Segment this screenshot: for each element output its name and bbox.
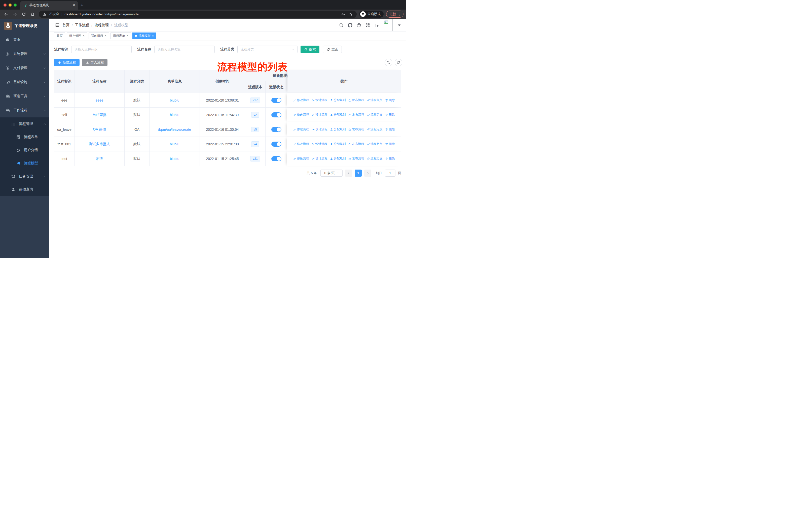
- prev-page-button[interactable]: [345, 169, 352, 176]
- breadcrumb-item[interactable]: 流程管理: [95, 23, 109, 27]
- action-删除[interactable]: 删除: [385, 127, 395, 132]
- process-name-input[interactable]: [154, 46, 215, 53]
- action-设计流程[interactable]: 设计流程: [312, 127, 327, 132]
- action-发布流程[interactable]: 发布流程: [348, 98, 364, 102]
- sidebar-item-工作流程[interactable]: 工作流程: [0, 103, 49, 117]
- sidebar-item-流程管理[interactable]: 流程管理: [0, 117, 49, 131]
- back-icon[interactable]: [2, 12, 10, 17]
- page-number-button[interactable]: 1: [355, 169, 362, 176]
- key-icon[interactable]: [340, 12, 346, 16]
- help-icon[interactable]: [357, 23, 361, 27]
- active-toggle[interactable]: [271, 98, 282, 103]
- goto-page-input[interactable]: [385, 169, 396, 176]
- sidebar-item-请假查询[interactable]: 请假查询: [0, 183, 49, 196]
- action-修改流程[interactable]: 修改流程: [293, 113, 309, 117]
- refresh-table-button[interactable]: [395, 59, 402, 66]
- action-删除[interactable]: 删除: [385, 98, 395, 102]
- browser-update-menu[interactable]: 更新: [386, 10, 404, 18]
- action-删除[interactable]: 删除: [385, 113, 395, 117]
- action-流程定义[interactable]: 流程定义: [367, 113, 383, 117]
- action-流程定义[interactable]: 流程定义: [367, 98, 383, 102]
- action-分配规则[interactable]: 分配规则: [330, 142, 346, 146]
- process-name-link[interactable]: 自己审批: [92, 113, 107, 117]
- next-page-button[interactable]: [364, 169, 371, 176]
- reload-icon[interactable]: [20, 12, 27, 17]
- github-icon[interactable]: [348, 23, 352, 27]
- action-修改流程[interactable]: 修改流程: [293, 127, 309, 132]
- action-分配规则[interactable]: 分配规则: [330, 157, 346, 161]
- action-发布流程[interactable]: 发布流程: [348, 142, 364, 146]
- action-分配规则[interactable]: 分配规则: [330, 127, 346, 132]
- form-info-link[interactable]: biubiu: [170, 98, 179, 102]
- url-text[interactable]: dashboard.yudao.iocoder.cn/bpm/manager/m…: [64, 12, 339, 16]
- breadcrumb-item[interactable]: 首页: [62, 23, 69, 27]
- close-icon[interactable]: ×: [152, 34, 154, 37]
- active-toggle[interactable]: [271, 127, 282, 132]
- action-设计流程[interactable]: 设计流程: [312, 113, 327, 117]
- fullscreen-icon[interactable]: [366, 23, 370, 27]
- import-process-button[interactable]: 导入流程: [82, 59, 108, 66]
- browser-tab[interactable]: 芋道管理系统 ✕: [20, 1, 78, 9]
- url-bar[interactable]: 不安全 | dashboard.yudao.iocoder.cn/bpm/man…: [39, 10, 357, 18]
- action-设计流程[interactable]: 设计流程: [312, 98, 327, 102]
- tab-租户管理[interactable]: 租户管理×: [67, 32, 87, 39]
- action-设计流程[interactable]: 设计流程: [312, 142, 327, 146]
- process-name-link[interactable]: 滔博: [96, 157, 103, 161]
- home-icon[interactable]: [29, 12, 36, 17]
- window-controls[interactable]: [0, 3, 20, 9]
- sidebar-item-支付管理[interactable]: 支付管理: [0, 61, 49, 75]
- menu-dots-icon[interactable]: [398, 12, 401, 16]
- action-删除[interactable]: 删除: [385, 157, 395, 161]
- action-分配规则[interactable]: 分配规则: [330, 113, 346, 117]
- action-分配规则[interactable]: 分配规则: [330, 98, 346, 102]
- sidebar-item-流程表单[interactable]: 流程表单: [0, 131, 49, 144]
- caret-down-icon[interactable]: [397, 23, 402, 27]
- active-toggle[interactable]: [271, 112, 282, 117]
- sidebar-item-研发工具[interactable]: 研发工具: [0, 89, 49, 103]
- avatar[interactable]: [383, 19, 393, 31]
- forward-icon[interactable]: [11, 12, 19, 17]
- sidebar-item-系统管理[interactable]: 系统管理: [0, 47, 49, 61]
- action-流程定义[interactable]: 流程定义: [367, 157, 383, 161]
- collapse-sidebar-icon[interactable]: [54, 23, 59, 27]
- search-icon[interactable]: [339, 23, 344, 27]
- process-name-link[interactable]: 测试多审批人: [89, 142, 110, 146]
- maximize-window-button[interactable]: [13, 3, 17, 6]
- search-button[interactable]: 搜索: [300, 46, 319, 53]
- action-流程定义[interactable]: 流程定义: [367, 127, 383, 132]
- bookmark-star-icon[interactable]: [348, 12, 354, 16]
- form-info-link[interactable]: biubiu: [170, 113, 179, 117]
- sidebar-item-基础设施[interactable]: 基础设施: [0, 75, 49, 89]
- action-设计流程[interactable]: 设计流程: [312, 157, 327, 161]
- form-info-link[interactable]: biubiu: [170, 157, 179, 161]
- active-toggle[interactable]: [271, 156, 282, 161]
- action-修改流程[interactable]: 修改流程: [293, 142, 309, 146]
- close-icon[interactable]: ×: [83, 34, 85, 37]
- tab-close-icon[interactable]: ✕: [72, 3, 76, 7]
- tab-流程表单[interactable]: 流程表单×: [111, 32, 131, 39]
- warning-icon[interactable]: [42, 12, 48, 16]
- process-name-link[interactable]: OA 请假: [93, 127, 106, 132]
- breadcrumb-item[interactable]: 工作流程: [75, 23, 89, 27]
- close-window-button[interactable]: [3, 3, 6, 6]
- action-发布流程[interactable]: 发布流程: [348, 157, 364, 161]
- tab-流程模型[interactable]: 流程模型×: [133, 32, 156, 39]
- reset-button[interactable]: 重置: [323, 46, 342, 53]
- action-发布流程[interactable]: 发布流程: [348, 113, 364, 117]
- hide-search-button[interactable]: [385, 59, 392, 66]
- form-info-link[interactable]: /bpm/oa/leave/create: [158, 128, 191, 132]
- action-修改流程[interactable]: 修改流程: [293, 98, 309, 102]
- form-info-link[interactable]: biubiu: [170, 142, 179, 146]
- process-name-link[interactable]: eeee: [95, 98, 103, 102]
- process-id-input[interactable]: [71, 46, 132, 53]
- sidebar-item-任务管理[interactable]: 任务管理: [0, 170, 49, 183]
- close-icon[interactable]: ×: [126, 34, 128, 37]
- tab-我的流程[interactable]: 我的流程×: [89, 32, 109, 39]
- action-流程定义[interactable]: 流程定义: [367, 142, 383, 146]
- font-size-icon[interactable]: [374, 23, 379, 27]
- create-process-button[interactable]: 新建流程: [54, 59, 80, 66]
- category-select[interactable]: 流程分类: [237, 46, 297, 53]
- sidebar-item-流程模型[interactable]: 流程模型: [0, 157, 49, 170]
- active-toggle[interactable]: [271, 142, 282, 147]
- action-删除[interactable]: 删除: [385, 142, 395, 146]
